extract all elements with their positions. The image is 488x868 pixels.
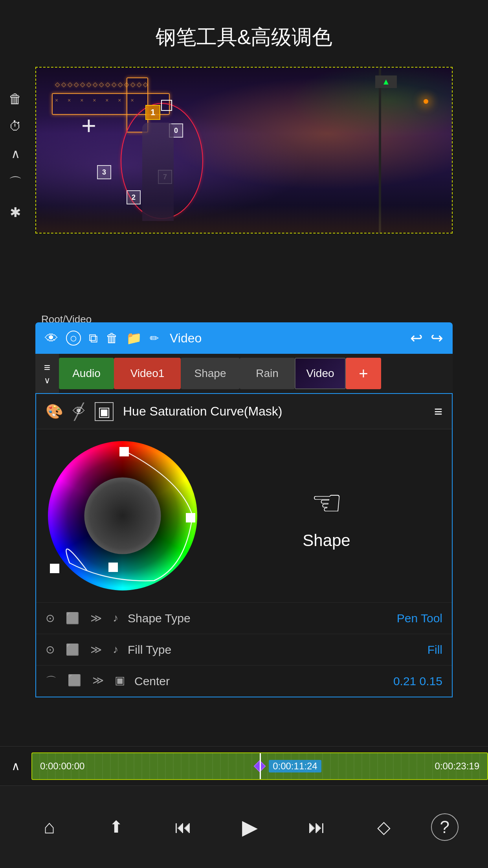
redo-button[interactable]: ↪ [431, 329, 443, 347]
shape-label: Shape [303, 531, 350, 550]
prop-icon-1[interactable]: ⊙ [46, 612, 55, 625]
eye-icon[interactable]: 👁 [45, 331, 58, 346]
video-preview-container: 🗑 ⏱ ∧ ⌒ ✱ ◇◇◇◇◇◇◇◇◇◇◇◇◇◇◇ × × × × × × × … [35, 67, 453, 234]
control-point-3[interactable]: 3 [97, 165, 111, 179]
help-button[interactable]: ? [431, 813, 459, 841]
color-icon[interactable]: 🎨 [46, 403, 63, 420]
add-track-button[interactable]: + [346, 358, 381, 389]
control-bar-label: Video [170, 331, 402, 346]
prop-center-label: Center [134, 675, 393, 688]
circle-tool-icon[interactable]: ○ [66, 331, 81, 346]
timeline-current-time: 0:00:11:24 [269, 760, 321, 772]
prop-icon-12[interactable]: ▣ [115, 674, 125, 689]
folder-icon[interactable]: 📁 [126, 331, 142, 346]
rewind-button[interactable]: ⏮ [163, 807, 203, 847]
wheel-point-bottom[interactable] [108, 563, 118, 572]
track-audio[interactable]: Audio [59, 358, 114, 389]
prop-row-center: ⌒ ⬜ ≫ ▣ Center 0.21 0.15 [36, 665, 452, 697]
effects-button[interactable]: ◇ [364, 807, 404, 847]
wheel-curve-svg [48, 441, 197, 590]
play-button[interactable]: ▶ [230, 807, 270, 847]
traffic-light: ▲ [375, 75, 397, 88]
timeline-track[interactable]: 0:00:00:00 0:00:11:24 0:00:23:19 [31, 752, 488, 780]
prop-icon-4[interactable]: ♪ [113, 612, 118, 625]
pen-icon[interactable]: ✱ [10, 204, 21, 220]
prop-icon-2[interactable]: ⬜ [66, 612, 79, 625]
control-bar: 👁 ○ ⧉ 🗑 📁 ✏ Video ↩ ↪ [35, 322, 453, 354]
undo-button[interactable]: ↩ [410, 329, 423, 347]
video-preview: ◇◇◇◇◇◇◇◇◇◇◇◇◇◇◇ × × × × × × × + 1 0 3 7 … [36, 68, 452, 233]
prop-icon-10[interactable]: ⬜ [68, 674, 81, 689]
visibility-toggle[interactable]: 👁 ╱ [73, 404, 85, 419]
control-point-2[interactable]: 2 [127, 190, 141, 204]
effect-menu-button[interactable]: ≡ [434, 403, 442, 420]
prop-icon-9[interactable]: ⌒ [46, 674, 57, 689]
timer-icon[interactable]: ⏱ [9, 119, 22, 134]
track-rain[interactable]: Rain [240, 358, 295, 389]
prop-shape-type-label: Shape Type [128, 612, 397, 625]
bottom-nav: ⌂ ⬆ ⏮ ▶ ⏭ ◇ ? [0, 785, 488, 868]
export-button[interactable]: ⬆ [96, 807, 136, 847]
prop-icon-3[interactable]: ≫ [90, 612, 102, 625]
track-video-selected[interactable]: Video [295, 358, 346, 389]
track-video1[interactable]: Video1 [114, 358, 181, 389]
copy-icon[interactable]: ⧉ [89, 331, 98, 346]
cursor-hand-icon: ☞ [311, 482, 343, 523]
timeline-start: 0:00:00:00 [40, 761, 84, 772]
trash-icon[interactable]: 🗑 [106, 331, 118, 346]
wheel-point-top[interactable] [119, 447, 129, 456]
timeline-cursor [260, 752, 261, 780]
prop-icons-fill-type: ⊙ ⬜ ≫ ♪ [46, 643, 118, 656]
curve-icon[interactable]: ⌒ [9, 174, 22, 192]
wheel-point-left[interactable] [50, 564, 59, 573]
track-shape[interactable]: Shape [181, 358, 240, 389]
timeline-end: 0:00:23:19 [435, 761, 479, 772]
arrow-up-icon[interactable]: ∧ [11, 146, 20, 161]
home-button[interactable]: ⌂ [29, 807, 69, 847]
prop-row-shape-type: ⊙ ⬜ ≫ ♪ Shape Type Pen Tool [36, 602, 452, 634]
effect-panel: 🎨 👁 ╱ ▣ Hue Saturation Curve(Mask) ≡ [35, 393, 453, 697]
pen-tool-icon[interactable]: ✏ [150, 332, 159, 345]
forward-button[interactable]: ⏭ [297, 807, 336, 847]
mask-icon[interactable]: ▣ [95, 402, 114, 421]
prop-icon-11[interactable]: ≫ [92, 674, 104, 689]
prop-icon-7[interactable]: ≫ [90, 643, 102, 656]
color-wheel[interactable] [48, 441, 197, 590]
track-area: ≡ ∨ Audio Video1 Shape Rain Video + [35, 354, 453, 393]
prop-icons-center: ⌒ ⬜ ≫ ▣ [46, 674, 125, 689]
prop-icon-6[interactable]: ⬜ [66, 643, 79, 656]
prop-fill-type-value[interactable]: Fill [427, 643, 442, 657]
track-menu[interactable]: ≡ ∨ [35, 354, 59, 393]
effect-title: Hue Saturation Curve(Mask) [123, 404, 425, 419]
prop-row-fill-type: ⊙ ⬜ ≫ ♪ Fill Type Fill [36, 634, 452, 665]
effect-header: 🎨 👁 ╱ ▣ Hue Saturation Curve(Mask) ≡ [36, 394, 452, 429]
prop-center-value[interactable]: 0.21 0.15 [393, 675, 442, 688]
shape-info-area: ☞ Shape [213, 482, 440, 550]
control-point-1[interactable]: 1 [145, 105, 160, 120]
timeline-collapse-button[interactable]: ∧ [0, 759, 31, 773]
prop-shape-type-value[interactable]: Pen Tool [397, 612, 442, 625]
timeline-bar: ∧ 0:00:00:00 0:00:11:24 0:00:23:19 [0, 746, 488, 785]
delete-icon[interactable]: 🗑 [9, 91, 22, 107]
wheel-point-right[interactable] [186, 513, 195, 522]
control-point-circle[interactable] [161, 100, 172, 111]
prop-fill-type-label: Fill Type [128, 643, 427, 657]
prop-icon-8[interactable]: ♪ [113, 643, 118, 656]
page-title: 钢笔工具&高级调色 [0, 0, 488, 67]
prop-icons-shape-type: ⊙ ⬜ ≫ ♪ [46, 612, 118, 625]
color-wheel-area: ☞ Shape [36, 429, 452, 602]
prop-icon-5[interactable]: ⊙ [46, 643, 55, 656]
